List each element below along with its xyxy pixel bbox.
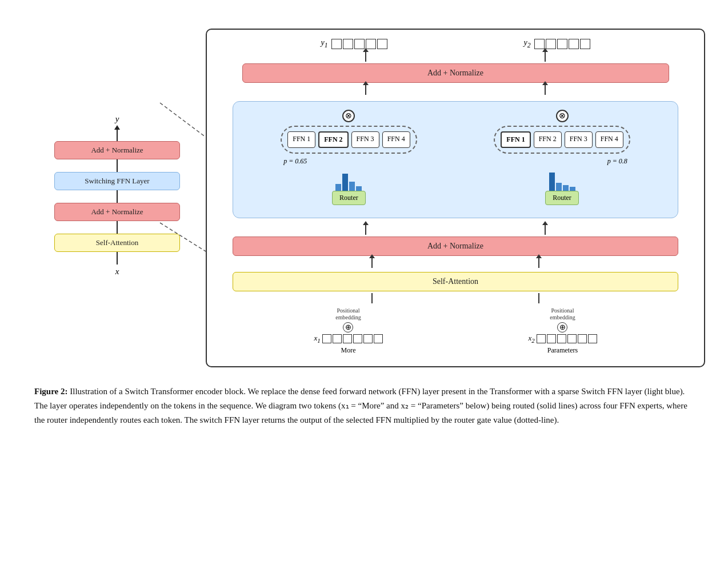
bar xyxy=(570,187,575,191)
input-box xyxy=(374,334,383,343)
multiply-icon-1: ⊗ xyxy=(342,110,355,122)
arrow-up-y xyxy=(117,129,118,141)
y1-token-boxes xyxy=(331,39,387,49)
arrow-from-attn-2 xyxy=(538,258,539,268)
router-box-1: Router xyxy=(332,191,366,205)
x2-label-row: x2 xyxy=(528,334,597,344)
arrow-from-attn-1 xyxy=(371,258,373,268)
ffn-dashed-group-1: FFN 1 FFN 2 FFN 3 FFN 4 xyxy=(281,126,417,154)
left-stack: y Add + Normalize Switching FFN Layer Ad… xyxy=(54,114,180,277)
bar xyxy=(349,182,355,191)
diagram-area: y Add + Normalize Switching FFN Layer Ad… xyxy=(23,17,705,367)
arrow-to-input-1 xyxy=(371,293,373,303)
input-box xyxy=(588,334,597,343)
ffn-1-box-1: FFN 1 xyxy=(287,131,315,148)
ffn-3-box-1: FFN 3 xyxy=(351,131,379,148)
bar xyxy=(335,184,341,191)
left-switch-ffn: Switching FFN Layer xyxy=(54,172,180,190)
input-box xyxy=(537,334,546,343)
ffn-4-box-2: FFN 4 xyxy=(595,131,623,148)
y1-label: y1 xyxy=(321,38,327,49)
ffn-group-2: ⊗ FFN 1 FFN 2 FFN 3 FFN 4 p = 0.8 xyxy=(494,110,630,205)
ffn-group-1: ⊗ FFN 1 FFN 2 FFN 3 FFN 4 p = 0.65 xyxy=(281,110,417,205)
bar-chart-1 xyxy=(335,168,362,191)
output-tokens-row: y1 y2 xyxy=(218,38,693,49)
x2-label: x2 xyxy=(528,334,534,344)
input-group-2: Positionalembedding ⊕ x2 xyxy=(528,307,597,355)
token-box xyxy=(557,39,567,49)
multiply-icon-2: ⊗ xyxy=(556,110,569,122)
ffn-2-box-2: FFN 2 xyxy=(534,131,562,148)
ffn-3-box-2: FFN 3 xyxy=(565,131,593,148)
caption-text: Illustration of a Switch Transformer enc… xyxy=(34,387,687,424)
input-box xyxy=(343,334,352,343)
arrow-to-y2 xyxy=(545,51,546,62)
ffn-1-box-2: FFN 1 xyxy=(501,131,530,148)
bar-selected xyxy=(342,174,348,191)
prob-label-2: p = 0.8 xyxy=(607,157,630,166)
input-group-1: Positionalembedding ⊕ x1 xyxy=(314,307,382,355)
arrow-mid3 xyxy=(117,221,118,234)
y2-token-group: y2 xyxy=(523,38,590,49)
input-box xyxy=(567,334,577,343)
switch-ffn-container: ⊗ FFN 1 FFN 2 FFN 3 FFN 4 p = 0.65 xyxy=(233,101,678,218)
input-box xyxy=(322,334,331,343)
pos-embed-label-2: Positionalembedding xyxy=(550,307,575,321)
input-box xyxy=(333,334,342,343)
token-box xyxy=(569,39,579,49)
arrow-from-switch-1 xyxy=(365,85,366,95)
x1-label: x1 xyxy=(314,334,320,344)
right-top-add-norm: Add + Normalize xyxy=(242,63,669,83)
left-self-attn: Self-Attention xyxy=(54,234,180,252)
input-row: Positionalembedding ⊕ x1 xyxy=(218,307,693,355)
token-box xyxy=(377,39,387,49)
plus-circle-1: ⊕ xyxy=(343,322,353,332)
input-box xyxy=(578,334,587,343)
right-diagram-wrapper: y1 y2 xyxy=(206,23,705,367)
arrow-to-switch-1 xyxy=(365,225,366,235)
left-add-norm-bottom: Add + Normalize xyxy=(54,203,180,221)
arrow-to-switch-2 xyxy=(545,225,546,235)
arrow-from-switch-2 xyxy=(545,85,546,95)
input-caption-2: Parameters xyxy=(547,346,578,355)
right-bottom-add-norm: Add + Normalize xyxy=(233,237,678,256)
pos-embed-label-1: Positionalembedding xyxy=(335,307,361,321)
bar-selected xyxy=(549,173,555,191)
page-container: y Add + Normalize Switching FFN Layer Ad… xyxy=(23,17,705,427)
right-self-attn: Self-Attention xyxy=(233,272,678,291)
ffn-dashed-group-2: FFN 1 FFN 2 FFN 3 FFN 4 xyxy=(494,126,630,154)
left-diagram: y Add + Normalize Switching FFN Layer Ad… xyxy=(23,103,206,288)
y1-token-group: y1 xyxy=(321,38,387,49)
input-box xyxy=(557,334,566,343)
arrow-mid2 xyxy=(117,190,118,203)
ffn-2-box-1: FFN 2 xyxy=(318,131,348,148)
input-caption-1: More xyxy=(341,346,355,355)
bar xyxy=(563,185,569,191)
bar-chart-2 xyxy=(549,168,575,191)
arrow-below-attn xyxy=(117,252,118,265)
caption-label: Figure 2: xyxy=(34,387,67,396)
arrow-to-y1 xyxy=(365,51,366,62)
x2-boxes xyxy=(537,334,597,343)
bar xyxy=(356,186,362,191)
bottom-section: Add + Normalize Self-Attention xyxy=(233,237,678,305)
arrow-to-input-2 xyxy=(538,293,539,303)
input-box xyxy=(363,334,373,343)
token-box xyxy=(331,39,342,49)
bar xyxy=(556,183,562,191)
router-box-2: Router xyxy=(545,191,579,205)
left-y-label: y xyxy=(115,114,119,124)
input-box xyxy=(547,334,556,343)
ffn-4-box-1: FFN 4 xyxy=(382,131,410,148)
token-box xyxy=(580,39,590,49)
y2-label: y2 xyxy=(523,38,530,49)
input-box xyxy=(353,334,362,343)
left-x-label: x xyxy=(115,267,119,277)
x1-label-row: x1 xyxy=(314,334,382,344)
left-add-norm-top: Add + Normalize xyxy=(54,141,180,159)
prob-label-1: p = 0.65 xyxy=(281,157,307,166)
caption-area: Figure 2: Illustration of a Switch Trans… xyxy=(23,379,705,427)
arrow-mid1 xyxy=(117,159,118,172)
token-box xyxy=(343,39,353,49)
right-diagram: y1 y2 xyxy=(206,29,705,367)
